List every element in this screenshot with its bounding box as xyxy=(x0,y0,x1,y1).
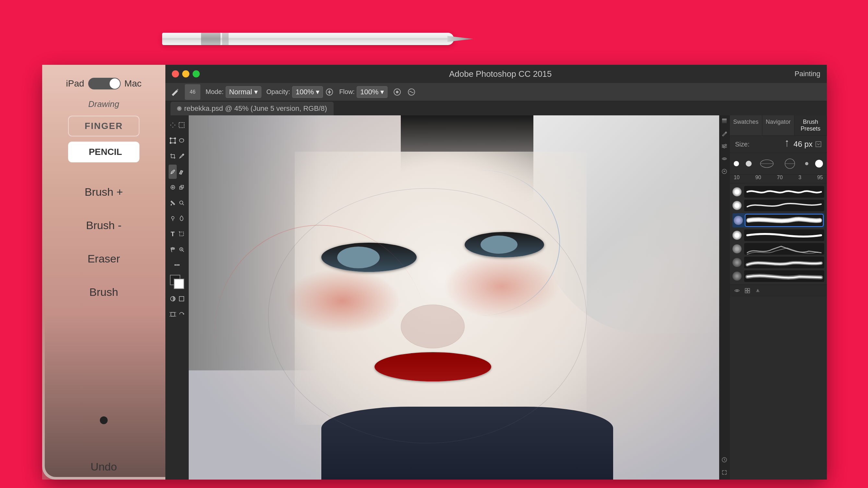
svg-rect-27 xyxy=(171,313,175,316)
layers-panel-icon[interactable] xyxy=(721,118,727,125)
magnify-tool[interactable] xyxy=(177,196,185,210)
swatches-tab[interactable]: Swatches xyxy=(730,116,762,135)
minimize-window-button[interactable] xyxy=(182,70,189,77)
filter-icon[interactable] xyxy=(721,168,727,176)
move-tool[interactable] xyxy=(168,118,177,132)
tab-close-button[interactable]: × xyxy=(177,106,182,111)
toggle-track[interactable] xyxy=(88,78,121,90)
brush-preset-5[interactable] xyxy=(733,243,824,255)
heal-tool[interactable] xyxy=(168,180,177,194)
svg-point-45 xyxy=(724,158,725,160)
color-swatches[interactable] xyxy=(170,275,184,289)
device-screen: iPad Mac Drawing FINGER PENCIL Brush + B… xyxy=(45,67,824,477)
brush-preset-7[interactable] xyxy=(733,270,824,282)
apple-pencil xyxy=(130,20,486,58)
size-val-3: 3 xyxy=(799,175,802,181)
mode-label: Mode: xyxy=(206,88,224,96)
brush-plus-action[interactable]: Brush + xyxy=(85,186,123,198)
swatches-tab-label: Swatches xyxy=(733,119,758,125)
panel-options-icon[interactable] xyxy=(815,141,822,148)
navigator-tab[interactable]: Navigator xyxy=(762,116,795,135)
size-labels-row: 10 90 70 3 95 xyxy=(730,175,824,184)
flow-label: Flow: xyxy=(339,88,355,96)
brush-minus-action[interactable]: Brush - xyxy=(86,219,122,232)
dodge-tool[interactable] xyxy=(168,211,177,226)
eyedropper-tool[interactable] xyxy=(177,149,185,163)
tab-filename: rebekka.psd @ 45% (June 5 version, RGB/8… xyxy=(184,104,327,113)
artboard-tool[interactable] xyxy=(168,307,177,321)
angle-control[interactable] xyxy=(759,156,775,172)
brush-preset-1[interactable] xyxy=(733,186,824,198)
brush-circle-1 xyxy=(734,161,739,166)
undo-action[interactable]: Undo xyxy=(90,460,117,473)
expand-icon[interactable] xyxy=(721,469,727,477)
clone-tool[interactable] xyxy=(177,180,185,194)
brush-preset-2[interactable] xyxy=(733,200,824,211)
eye-visibility-icon[interactable] xyxy=(721,156,727,163)
close-window-button[interactable] xyxy=(172,70,179,77)
bucket-tool[interactable] xyxy=(168,196,177,210)
panel-import-icon[interactable] xyxy=(753,286,762,295)
screen-mode-button[interactable] xyxy=(177,292,185,306)
canvas-area[interactable] xyxy=(189,116,719,477)
brush-swatch-7 xyxy=(733,271,742,281)
brushes-panel-icon[interactable] xyxy=(721,131,727,138)
brush-preset-3-selected[interactable] xyxy=(733,213,824,227)
flow-dropdown[interactable]: 100% ▾ xyxy=(356,86,388,98)
panel-eye-icon[interactable] xyxy=(733,286,742,295)
burn-tool[interactable] xyxy=(177,211,185,226)
brush-preset-6[interactable] xyxy=(733,257,824,268)
marquee-tool[interactable] xyxy=(177,118,185,132)
path-tool[interactable] xyxy=(177,227,185,241)
drawing-label: Drawing xyxy=(88,99,119,109)
mode-dropdown[interactable]: Normal ▾ xyxy=(226,86,261,98)
brush-size-selector[interactable]: 46 xyxy=(185,84,200,100)
brush-panel-bottom xyxy=(730,285,824,296)
brush-swatch-6 xyxy=(733,258,742,267)
panel-grid-icon[interactable] xyxy=(743,286,752,295)
finger-button[interactable]: FINGER xyxy=(68,116,140,136)
eraser-action[interactable]: Eraser xyxy=(88,253,120,265)
brush-preset-4[interactable] xyxy=(733,229,824,241)
maximize-window-button[interactable] xyxy=(193,70,200,77)
crop-tool[interactable] xyxy=(168,149,177,163)
brush-erase-tool[interactable] xyxy=(177,165,185,179)
document-tab[interactable]: × rebekka.psd @ 45% (June 5 version, RGB… xyxy=(170,102,334,116)
more-tools-button[interactable]: ••• xyxy=(168,258,185,272)
transform-lasso-group xyxy=(168,133,185,148)
pencil-button[interactable]: PENCIL xyxy=(68,141,140,162)
size-slider-track xyxy=(783,140,791,148)
adjustments-panel-icon[interactable] xyxy=(721,143,727,151)
iris-right xyxy=(480,235,518,254)
mode-chevron-icon: ▾ xyxy=(254,88,258,96)
background-color[interactable] xyxy=(174,279,184,289)
navigator-tab-label: Navigator xyxy=(766,119,790,125)
mask-screen-group xyxy=(168,292,185,306)
quick-mask-button[interactable] xyxy=(168,292,177,306)
svg-marker-48 xyxy=(786,140,788,141)
type-tool[interactable]: T xyxy=(168,227,177,241)
svg-line-22 xyxy=(183,251,184,252)
pencil-body xyxy=(162,33,454,45)
brush-action[interactable]: Brush xyxy=(90,286,118,298)
bottom-tool-group xyxy=(168,307,185,321)
ipad-mac-toggle[interactable]: iPad Mac xyxy=(66,78,142,90)
lasso-tool[interactable] xyxy=(177,133,185,148)
type-path-group: T xyxy=(168,227,185,241)
opacity-chevron-icon: ▾ xyxy=(316,88,319,96)
hand-tool[interactable] xyxy=(168,242,177,257)
tab-close-icon[interactable]: × xyxy=(177,106,182,111)
brush-circle-3 xyxy=(805,162,808,165)
brush-stroke-preview-4 xyxy=(744,229,824,241)
history-icon[interactable] xyxy=(721,457,727,464)
zoom-tool[interactable] xyxy=(177,242,185,257)
brush-size-header: Size: 46 px xyxy=(730,136,824,153)
transform-tool[interactable] xyxy=(168,133,177,148)
brush-circle-2 xyxy=(746,161,752,167)
roundness-control[interactable] xyxy=(782,156,798,172)
rotate-view-tool[interactable] xyxy=(177,307,185,321)
size-val-10: 10 xyxy=(734,175,740,181)
pencil-tool[interactable] xyxy=(168,165,177,179)
opacity-dropdown[interactable]: 100% ▾ xyxy=(292,86,323,98)
brush-presets-tab[interactable]: Brush Presets xyxy=(795,116,824,135)
